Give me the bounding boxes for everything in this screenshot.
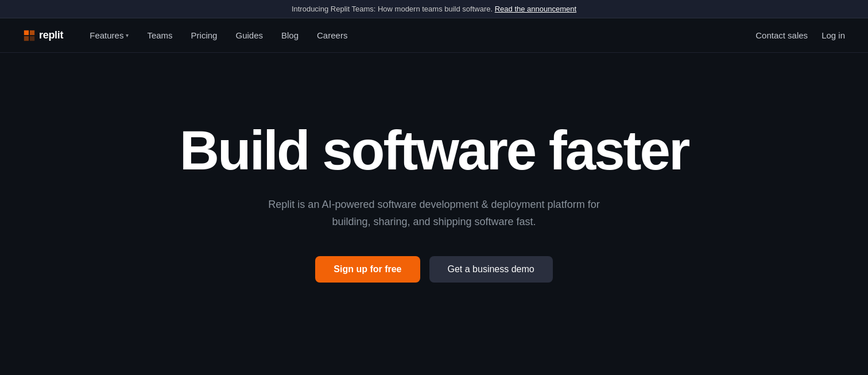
nav-pricing[interactable]: Pricing	[183, 26, 226, 45]
svg-rect-2	[24, 36, 29, 40]
svg-rect-3	[30, 36, 34, 40]
nav-links: Features ▾ Teams Pricing Guides Blog Car…	[82, 26, 755, 45]
contact-sales-link[interactable]: Contact sales	[755, 30, 808, 40]
nav-features[interactable]: Features ▾	[82, 26, 137, 45]
features-chevron-icon: ▾	[126, 32, 129, 38]
signup-button[interactable]: Sign up for free	[315, 256, 420, 283]
nav-careers[interactable]: Careers	[309, 26, 355, 45]
nav-teams[interactable]: Teams	[139, 26, 180, 45]
announcement-bar: Introducing Replit Teams: How modern tea…	[0, 0, 868, 18]
demo-button[interactable]: Get a business demo	[429, 256, 553, 283]
login-link[interactable]: Log in	[822, 30, 845, 40]
svg-rect-0	[24, 30, 29, 34]
nav-right: Contact sales Log in	[755, 30, 845, 40]
hero-section: Build software faster Replit is an AI-po…	[0, 53, 868, 363]
navbar: replit Features ▾ Teams Pricing Guides B…	[0, 18, 868, 53]
logo-text: replit	[39, 29, 63, 41]
nav-guides[interactable]: Guides	[227, 26, 271, 45]
announcement-link[interactable]: Read the announcement	[495, 5, 576, 13]
svg-rect-1	[30, 30, 34, 34]
logo[interactable]: replit	[23, 29, 63, 42]
replit-logo-icon	[23, 29, 36, 42]
hero-buttons: Sign up for free Get a business demo	[315, 256, 552, 283]
announcement-text: Introducing Replit Teams: How modern tea…	[292, 5, 493, 13]
hero-title: Build software faster	[180, 122, 689, 180]
nav-blog[interactable]: Blog	[273, 26, 307, 45]
hero-subtitle: Replit is an AI-powered software develop…	[268, 196, 600, 231]
